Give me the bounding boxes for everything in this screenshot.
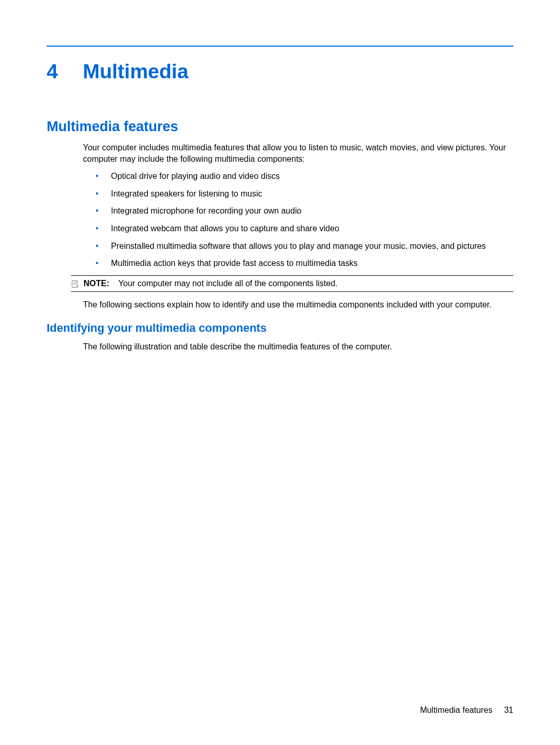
note-content: NOTE: Your computer may not include all …: [83, 279, 338, 288]
footer-page-number: 31: [504, 706, 513, 715]
footer-section-label: Multimedia features: [420, 706, 493, 714]
section-heading: Multimedia features: [47, 119, 513, 135]
note-icon: [71, 280, 79, 288]
list-item: Optical drive for playing audio and vide…: [95, 171, 513, 182]
chapter-number: 4: [47, 61, 58, 81]
note-box: NOTE: Your computer may not include all …: [71, 275, 513, 292]
page-footer: Multimedia features 31: [420, 706, 513, 715]
subsection-text: The following illustration and table des…: [83, 341, 513, 353]
note-label: NOTE:: [83, 279, 109, 288]
note-text: Your computer may not include all of the…: [118, 279, 338, 288]
list-item: Integrated speakers for listening to mus…: [95, 188, 513, 200]
list-item: Integrated microphone for recording your…: [95, 205, 513, 217]
chapter-heading: 4 Multimedia: [47, 61, 513, 81]
after-note-text: The following sections explain how to id…: [83, 299, 513, 311]
bullet-list: Optical drive for playing audio and vide…: [95, 171, 513, 269]
subsection-heading: Identifying your multimedia components: [47, 321, 513, 335]
list-item: Integrated webcam that allows you to cap…: [95, 223, 513, 234]
list-item: Preinstalled multimedia software that al…: [95, 241, 513, 252]
chapter-rule: [47, 46, 513, 47]
list-item: Multimedia action keys that provide fast…: [95, 258, 513, 269]
chapter-title: Multimedia: [83, 61, 189, 81]
section-intro: Your computer includes multimedia featur…: [83, 142, 513, 164]
